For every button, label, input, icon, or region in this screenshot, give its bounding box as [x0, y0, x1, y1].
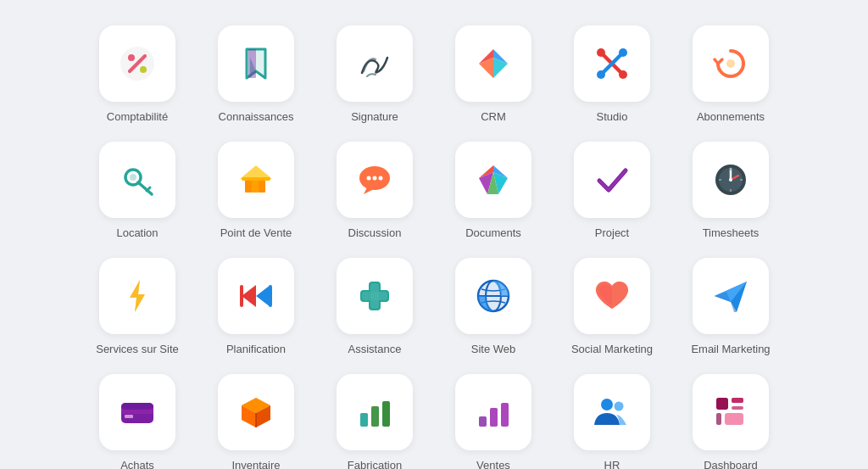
- app-icon-connaissances[interactable]: [218, 25, 294, 102]
- app-label-dashboard: Dashboard: [704, 459, 758, 469]
- app-label-ventes: Ventes: [476, 459, 510, 469]
- app-discussion[interactable]: Discussion: [324, 142, 426, 241]
- app-inventaire[interactable]: Inventaire: [205, 374, 307, 469]
- svg-point-30: [729, 178, 732, 181]
- app-documents[interactable]: Documents: [442, 142, 544, 241]
- app-icon-studio[interactable]: [574, 25, 650, 102]
- app-abonnements[interactable]: Abonnements: [680, 25, 782, 125]
- svg-rect-67: [716, 413, 721, 425]
- app-icon-site-web[interactable]: [455, 258, 531, 334]
- app-icon-location[interactable]: [99, 142, 175, 218]
- svg-point-25: [379, 176, 383, 180]
- app-planification[interactable]: Planification: [205, 258, 307, 357]
- app-grid: Comptabilité Connaissances Signature: [61, 0, 807, 469]
- svg-point-10: [619, 70, 627, 79]
- svg-rect-68: [725, 413, 743, 425]
- svg-rect-18: [245, 179, 252, 193]
- app-label-inventaire: Inventaire: [231, 459, 280, 469]
- svg-point-24: [373, 176, 377, 180]
- app-icon-signature[interactable]: [337, 25, 413, 102]
- app-dashboard[interactable]: Dashboard: [680, 374, 782, 469]
- app-studio[interactable]: Studio: [561, 25, 663, 125]
- app-point-de-vente[interactable]: Point de Vente: [205, 142, 307, 241]
- svg-point-13: [726, 59, 735, 68]
- app-comptabilite[interactable]: Comptabilité: [86, 25, 188, 125]
- app-hr[interactable]: HR: [561, 374, 663, 469]
- app-assistance[interactable]: Assistance: [324, 258, 426, 357]
- app-label-site-web: Site Web: [471, 343, 516, 357]
- app-ventes[interactable]: Ventes: [442, 374, 544, 469]
- svg-rect-61: [490, 408, 498, 427]
- app-connaissances[interactable]: Connaissances: [205, 25, 307, 125]
- app-signature[interactable]: Signature: [324, 25, 426, 125]
- app-label-email-marketing: Email Marketing: [691, 343, 770, 357]
- app-crm[interactable]: CRM: [442, 25, 544, 125]
- svg-rect-19: [252, 179, 259, 193]
- app-achats[interactable]: Achats: [86, 374, 188, 469]
- svg-rect-49: [125, 415, 133, 418]
- svg-point-4: [140, 66, 147, 73]
- app-label-achats: Achats: [120, 459, 154, 469]
- svg-point-11: [619, 48, 627, 57]
- svg-rect-69: [732, 398, 743, 403]
- app-icon-crm[interactable]: [455, 25, 531, 102]
- svg-point-23: [367, 176, 371, 180]
- app-icon-hr[interactable]: [574, 374, 650, 450]
- app-icon-assistance[interactable]: [337, 258, 413, 334]
- svg-point-17: [130, 174, 136, 181]
- svg-rect-42: [362, 292, 387, 300]
- app-icon-point-de-vente[interactable]: [218, 142, 294, 218]
- app-services-sur-site[interactable]: Services sur Site: [86, 258, 188, 357]
- app-fabrication[interactable]: Fabrication: [324, 374, 426, 469]
- app-icon-email-marketing[interactable]: [693, 258, 769, 334]
- svg-rect-70: [716, 398, 728, 410]
- app-label-discussion: Discussion: [348, 226, 402, 241]
- svg-marker-35: [242, 285, 256, 307]
- app-icon-planification[interactable]: [218, 258, 294, 334]
- app-label-signature: Signature: [351, 110, 398, 125]
- svg-rect-59: [501, 403, 509, 427]
- app-label-services-sur-site: Services sur Site: [96, 343, 179, 357]
- svg-point-3: [128, 54, 135, 61]
- app-icon-project[interactable]: [574, 142, 650, 218]
- app-label-social-marketing: Social Marketing: [571, 343, 653, 357]
- app-label-assistance: Assistance: [348, 343, 402, 357]
- app-icon-timesheets[interactable]: [693, 142, 769, 218]
- svg-rect-38: [269, 285, 272, 307]
- svg-rect-21: [242, 177, 270, 181]
- app-icon-comptabilite[interactable]: [99, 25, 175, 102]
- app-icon-documents[interactable]: [455, 142, 531, 218]
- app-icon-discussion[interactable]: [337, 142, 413, 218]
- svg-rect-55: [360, 413, 368, 427]
- app-icon-inventaire[interactable]: [218, 374, 294, 450]
- app-social-marketing[interactable]: Social Marketing: [561, 258, 663, 357]
- app-email-marketing[interactable]: Email Marketing: [680, 258, 782, 357]
- app-icon-dashboard[interactable]: [693, 374, 769, 450]
- app-project[interactable]: Project: [561, 142, 663, 241]
- svg-point-63: [615, 401, 624, 410]
- app-label-location: Location: [116, 226, 158, 241]
- app-icon-ventes[interactable]: [455, 374, 531, 450]
- app-icon-services-sur-site[interactable]: [99, 258, 175, 334]
- app-icon-achats[interactable]: [99, 374, 175, 450]
- app-label-hr: HR: [604, 459, 620, 469]
- app-label-project: Project: [595, 226, 629, 241]
- app-site-web[interactable]: Site Web: [442, 258, 544, 357]
- app-icon-abonnements[interactable]: [693, 25, 769, 102]
- svg-point-62: [601, 399, 613, 410]
- svg-point-9: [597, 48, 605, 57]
- svg-rect-37: [240, 285, 243, 307]
- app-label-point-de-vente: Point de Vente: [220, 226, 292, 241]
- svg-point-12: [597, 70, 605, 79]
- app-label-documents: Documents: [465, 226, 521, 241]
- app-icon-fabrication[interactable]: [337, 374, 413, 450]
- app-timesheets[interactable]: Timesheets: [680, 142, 782, 241]
- svg-rect-54: [382, 401, 390, 427]
- svg-marker-36: [256, 285, 270, 307]
- app-icon-social-marketing[interactable]: [574, 258, 650, 334]
- app-label-abonnements: Abonnements: [697, 110, 765, 125]
- svg-rect-6: [248, 49, 256, 78]
- svg-rect-66: [732, 406, 743, 410]
- app-label-studio: Studio: [597, 110, 628, 125]
- app-location[interactable]: Location: [86, 142, 188, 241]
